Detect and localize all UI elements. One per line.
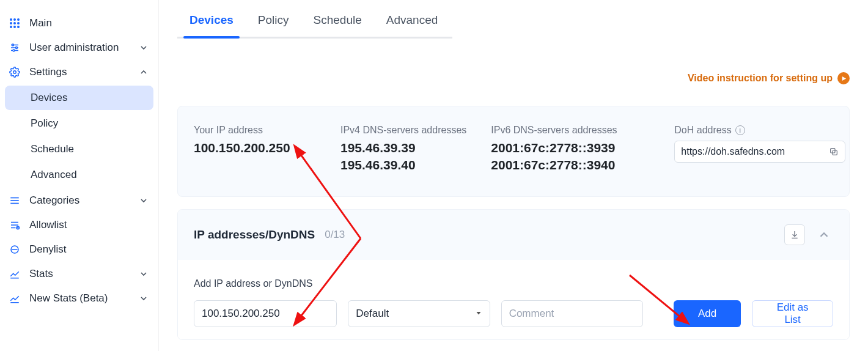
chart-icon xyxy=(9,292,21,305)
sidebar-item-categories[interactable]: Categories xyxy=(0,188,158,213)
ipv4-label: IPv4 DNS-servers addresses xyxy=(340,125,466,136)
add-ip-label: Add IP address or DynDNS xyxy=(194,278,833,289)
sidebar-item-label: Settings xyxy=(29,66,130,78)
doh-block: DoH address i https://doh.safedns.com xyxy=(674,125,833,174)
ip-input[interactable]: 100.150.200.250 xyxy=(194,300,337,327)
ipv6-label: IPv6 DNS-servers addresses xyxy=(491,125,650,136)
svg-marker-27 xyxy=(842,76,845,80)
svg-point-6 xyxy=(10,26,12,28)
sub-item-advanced[interactable]: Advanced xyxy=(5,163,153,187)
add-button[interactable]: Add xyxy=(674,300,741,327)
ipv4-block: IPv4 DNS-servers addresses 195.46.39.39 … xyxy=(340,125,466,174)
gear-icon xyxy=(9,66,21,78)
add-ip-row: 100.150.200.250 Default Comment Add Edit… xyxy=(194,300,833,327)
tabs: Devices Policy Schedule Advanced xyxy=(177,0,452,39)
svg-point-15 xyxy=(13,71,17,74)
ipv6-value-1: 2001:67c:2778::3940 xyxy=(491,157,650,174)
sidebar-item-label: New Stats (Beta) xyxy=(29,292,130,305)
video-instruction-link[interactable]: Video instruction for setting up xyxy=(688,72,850,84)
svg-point-1 xyxy=(13,18,16,21)
sidebar-item-main[interactable]: Main xyxy=(0,11,158,35)
dyndns-body: Add IP address or DynDNS 100.150.200.250… xyxy=(178,260,849,339)
sub-item-policy[interactable]: Policy xyxy=(5,111,153,136)
denylist-icon xyxy=(9,243,21,256)
dyndns-count: 0/13 xyxy=(325,229,345,241)
sidebar-item-label: Main xyxy=(29,17,149,29)
sub-item-schedule[interactable]: Schedule xyxy=(5,137,153,161)
play-icon xyxy=(837,72,850,84)
tab-devices[interactable]: Devices xyxy=(189,13,234,37)
settings-sub-items: Devices Policy Schedule Advanced xyxy=(0,86,158,187)
download-button[interactable] xyxy=(784,224,805,245)
chevron-up-icon[interactable] xyxy=(815,226,833,244)
video-instruction-label: Video instruction for setting up xyxy=(688,73,833,84)
tab-policy[interactable]: Policy xyxy=(258,13,289,37)
policy-select[interactable]: Default xyxy=(348,300,490,327)
chevron-up-icon xyxy=(139,67,149,77)
list-icon xyxy=(9,194,21,207)
sidebar-item-allowlist[interactable]: Allowlist xyxy=(0,213,158,237)
sidebar-item-denylist[interactable]: Denylist xyxy=(0,237,158,262)
svg-point-13 xyxy=(16,47,18,49)
doh-field: https://doh.safedns.com xyxy=(674,141,845,163)
chevron-down-icon xyxy=(139,294,149,303)
chevron-down-icon xyxy=(139,269,149,279)
doh-label: DoH address i xyxy=(674,125,833,136)
svg-marker-31 xyxy=(476,312,480,315)
svg-point-12 xyxy=(12,44,14,46)
tab-advanced[interactable]: Advanced xyxy=(386,13,438,37)
sidebar-item-settings[interactable]: Settings xyxy=(0,60,158,84)
svg-point-8 xyxy=(17,26,20,28)
chevron-down-icon xyxy=(139,43,149,53)
sidebar-item-label: Denylist xyxy=(29,243,149,256)
ipv6-block: IPv6 DNS-servers addresses 2001:67c:2778… xyxy=(491,125,650,174)
doh-value: https://doh.safedns.com xyxy=(681,146,785,157)
svg-point-2 xyxy=(17,18,20,21)
your-ip-value: 100.150.200.250 xyxy=(194,139,316,157)
dyndns-section: IP addresses/DynDNS 0/13 Add IP address … xyxy=(177,209,850,340)
your-ip-block: Your IP address 100.150.200.250 xyxy=(194,125,316,174)
comment-input[interactable]: Comment xyxy=(501,300,643,327)
svg-point-0 xyxy=(10,18,12,21)
info-icon[interactable]: i xyxy=(735,125,745,135)
svg-point-3 xyxy=(10,22,12,24)
dns-info-card: Your IP address 100.150.200.250 IPv4 DNS… xyxy=(177,106,850,197)
main-content: Devices Policy Schedule Advanced Video i… xyxy=(159,0,868,351)
sidebar-item-label: Stats xyxy=(29,268,130,280)
svg-point-14 xyxy=(13,50,15,51)
dyndns-title: IP addresses/DynDNS xyxy=(194,228,315,242)
sidebar-item-label: Categories xyxy=(29,194,130,207)
svg-point-4 xyxy=(13,22,16,24)
sidebar-item-label: User administration xyxy=(29,42,130,54)
svg-point-7 xyxy=(13,26,16,28)
chevron-down-icon xyxy=(139,196,149,205)
allowlist-icon xyxy=(9,219,21,231)
dyndns-header: IP addresses/DynDNS 0/13 xyxy=(178,210,849,260)
svg-point-5 xyxy=(17,22,20,24)
ipv4-value-1: 195.46.39.40 xyxy=(340,157,466,174)
copy-icon[interactable] xyxy=(829,147,839,157)
tab-schedule[interactable]: Schedule xyxy=(314,13,362,37)
doh-label-text: DoH address xyxy=(674,125,731,136)
sidebar: Main User administration Settings Device… xyxy=(0,0,159,351)
sliders-icon xyxy=(9,42,21,54)
apps-icon xyxy=(9,17,21,29)
sidebar-item-new-stats[interactable]: New Stats (Beta) xyxy=(0,286,158,311)
edit-as-list-button[interactable]: Edit as List xyxy=(752,300,833,327)
ipv4-value-0: 195.46.39.39 xyxy=(340,139,466,157)
sidebar-item-user-admin[interactable]: User administration xyxy=(0,35,158,60)
ipv6-value-0: 2001:67c:2778::3939 xyxy=(491,139,650,157)
your-ip-label: Your IP address xyxy=(194,125,316,136)
policy-selected: Default xyxy=(356,308,389,320)
caret-down-icon xyxy=(475,308,482,320)
sidebar-item-label: Allowlist xyxy=(29,219,149,231)
chart-icon xyxy=(9,268,21,280)
sidebar-item-stats[interactable]: Stats xyxy=(0,262,158,286)
sub-item-devices[interactable]: Devices xyxy=(5,86,153,110)
